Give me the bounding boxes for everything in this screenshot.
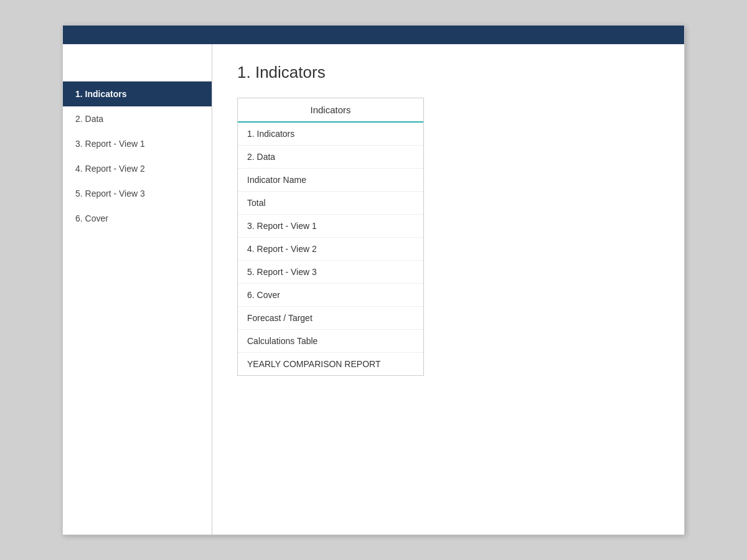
table-row[interactable]: 3. Report - View 1 xyxy=(238,215,423,238)
sidebar-item-report-view3[interactable]: 5. Report - View 3 xyxy=(63,181,212,206)
table-row[interactable]: 2. Data xyxy=(238,146,423,169)
table-row[interactable]: 1. Indicators xyxy=(238,123,423,146)
main-content: 1. Indicators Indicators 1. Indicators2.… xyxy=(212,44,684,534)
table-row[interactable]: Forecast / Target xyxy=(238,307,423,330)
page-container: 1. Indicators2. Data3. Report - View 14.… xyxy=(62,25,685,535)
sidebar-logo-area xyxy=(63,44,212,82)
sidebar-item-cover[interactable]: 6. Cover xyxy=(63,206,212,231)
page-title: 1. Indicators xyxy=(237,63,659,82)
table-row[interactable]: Calculations Table xyxy=(238,330,423,353)
sidebar-item-data[interactable]: 2. Data xyxy=(63,106,212,131)
sidebar-item-report-view1[interactable]: 3. Report - View 1 xyxy=(63,131,212,156)
table-row[interactable]: YEARLY COMPARISON REPORT xyxy=(238,353,423,375)
table-row[interactable]: 4. Report - View 2 xyxy=(238,238,423,261)
sidebar-item-indicators[interactable]: 1. Indicators xyxy=(63,82,212,106)
sidebar: 1. Indicators2. Data3. Report - View 14.… xyxy=(63,44,212,534)
content-area: 1. Indicators2. Data3. Report - View 14.… xyxy=(63,44,684,534)
indicators-table: Indicators 1. Indicators2. DataIndicator… xyxy=(237,98,424,376)
top-bar xyxy=(63,26,684,44)
table-row[interactable]: Indicator Name xyxy=(238,169,423,192)
sidebar-item-report-view2[interactable]: 4. Report - View 2 xyxy=(63,156,212,181)
table-row[interactable]: Total xyxy=(238,192,423,215)
sidebar-nav: 1. Indicators2. Data3. Report - View 14.… xyxy=(63,82,212,231)
table-row[interactable]: 6. Cover xyxy=(238,284,423,307)
table-row[interactable]: 5. Report - View 3 xyxy=(238,261,423,284)
table-header: Indicators xyxy=(238,98,423,123)
